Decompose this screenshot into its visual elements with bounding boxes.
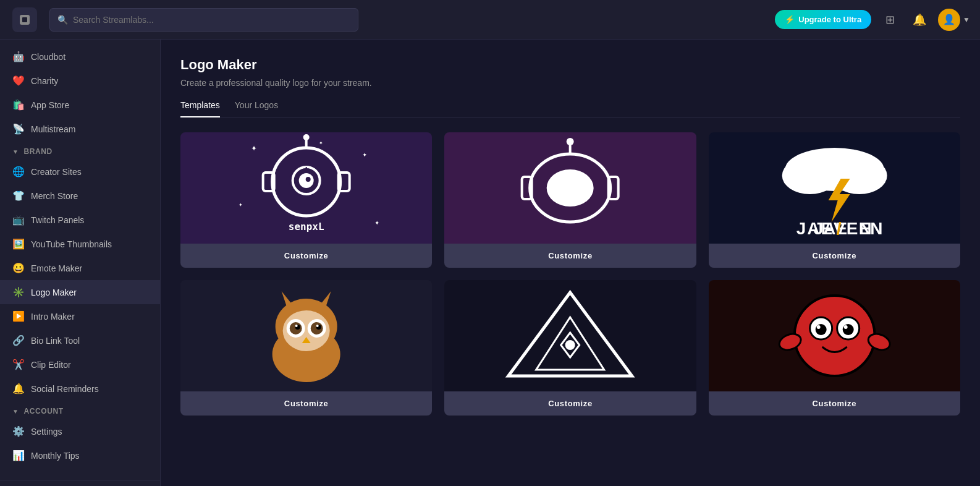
sidebar-item-multistream[interactable]: 📡 Multistream xyxy=(0,117,160,141)
upgrade-icon: ⚡ xyxy=(785,15,795,24)
logo-card-2-image xyxy=(444,132,696,244)
page-title: Logo Maker xyxy=(180,57,960,73)
logo-card-3-image: JAEVEN JAE EN / xyxy=(709,132,960,244)
customize-button-5[interactable]: Customize xyxy=(444,391,696,416)
logo-card-4[interactable]: Customize xyxy=(180,280,432,416)
bio-link-icon: 🔗 xyxy=(12,335,25,346)
svg-text:EN: EN xyxy=(858,219,882,238)
customize-button-4[interactable]: Customize xyxy=(180,391,432,416)
brand-section-header[interactable]: ▼ Brand xyxy=(0,141,160,160)
sidebar-item-social-reminders[interactable]: 🔔 Social Reminders xyxy=(0,377,160,401)
customize-button-6[interactable]: Customize xyxy=(709,391,960,416)
sidebar-item-label: Social Reminders xyxy=(31,384,99,394)
multistream-icon: 📡 xyxy=(12,123,25,135)
sidebar-item-label: Twitch Panels xyxy=(31,215,84,225)
sidebar-item-intro-maker[interactable]: ▶️ Intro Maker xyxy=(0,304,160,328)
svg-text:✦: ✦ xyxy=(374,220,379,226)
sidebar-item-label: Bio Link Tool xyxy=(31,336,80,346)
tab-templates[interactable]: Templates xyxy=(180,100,220,117)
header-right: ⚡ Upgrade to Ultra ⊞ 🔔 👤 ▼ xyxy=(775,9,970,31)
svg-point-50 xyxy=(565,340,575,350)
sidebar-item-label: Creator Sites xyxy=(31,167,82,177)
logo-card-3[interactable]: JAEVEN JAE EN / Customize xyxy=(709,132,960,268)
sidebar-item-label: YouTube Thumbnails xyxy=(31,239,112,249)
chevron-down-icon: ▼ xyxy=(12,148,19,155)
sidebar-item-label: Merch Store xyxy=(31,191,78,201)
sidebar-item-creator-sites[interactable]: 🌐 Creator Sites xyxy=(0,160,160,184)
search-input[interactable] xyxy=(73,15,350,25)
customize-button-2[interactable]: Customize xyxy=(444,244,696,268)
svg-point-55 xyxy=(815,324,826,335)
logo-card-5-image xyxy=(444,280,696,391)
svg-text:✦: ✦ xyxy=(319,140,323,146)
sidebar-item-label: Charity xyxy=(31,76,58,86)
svg-marker-47 xyxy=(509,292,632,376)
monthly-tips-icon: 📊 xyxy=(12,450,25,461)
upgrade-button[interactable]: ⚡ Upgrade to Ultra xyxy=(775,10,871,29)
svg-text:/: / xyxy=(836,219,841,238)
svg-point-10 xyxy=(303,134,310,140)
sidebar-item-label: Clip Editor xyxy=(31,360,71,370)
svg-text:senpxL: senpxL xyxy=(289,221,324,232)
sidebar-item-label: Settings xyxy=(31,427,62,437)
sidebar-item-charity[interactable]: ❤️ Charity xyxy=(0,69,160,93)
logo-card-5[interactable]: Customize xyxy=(444,280,696,416)
settings-icon: ⚙️ xyxy=(12,425,25,437)
sidebar-item-emote-maker[interactable]: 😀 Emote Maker xyxy=(0,256,160,280)
svg-point-57 xyxy=(816,325,820,329)
logo-maker-icon: ✳️ xyxy=(12,286,25,298)
brand-section-label: Brand xyxy=(24,147,53,156)
content-area: Logo Maker Create a professional quality… xyxy=(161,40,980,486)
svg-point-21 xyxy=(567,138,574,145)
sidebar-item-label: Emote Maker xyxy=(31,263,82,273)
emote-maker-icon: 😀 xyxy=(12,262,25,274)
logo-card-2[interactable]: Customize xyxy=(444,132,696,268)
logo-icon xyxy=(12,7,37,32)
logo-card-1[interactable]: ✦ ✦ ✦ ✦ ✦ xyxy=(180,132,432,268)
merch-store-icon: 👕 xyxy=(12,190,25,202)
logo[interactable] xyxy=(10,5,40,35)
customize-button-1[interactable]: Customize xyxy=(180,244,432,268)
sidebar-item-bio-link[interactable]: 🔗 Bio Link Tool xyxy=(0,328,160,352)
svg-text:✦: ✦ xyxy=(362,151,367,158)
sidebar-item-merch-store[interactable]: 👕 Merch Store xyxy=(0,184,160,208)
app-store-icon: 🛍️ xyxy=(12,99,25,111)
sidebar-item-label: App Store xyxy=(31,100,69,110)
sidebar-item-logo-maker[interactable]: ✳️ Logo Maker xyxy=(0,280,160,304)
sidebar-item-cloudbot[interactable]: 🤖 Cloudbot xyxy=(0,45,160,69)
logo-card-6[interactable]: Customize xyxy=(709,280,960,416)
cloudbot-icon: 🤖 xyxy=(12,51,25,62)
clip-editor-icon: ✂️ xyxy=(12,359,25,370)
sidebar-item-label: Logo Maker xyxy=(31,288,77,297)
charity-icon: ❤️ xyxy=(12,75,25,87)
svg-text:JAE: JAE xyxy=(813,219,847,238)
notifications-button[interactable]: 🔔 xyxy=(908,9,931,31)
svg-text:✦: ✦ xyxy=(239,202,243,208)
sidebar-item-youtube-thumbnails[interactable]: 🖼️ YouTube Thumbnails xyxy=(0,232,160,256)
svg-point-26 xyxy=(782,157,837,194)
apps-grid-button[interactable]: ⊞ xyxy=(879,9,901,31)
sidebar-item-twitch-panels[interactable]: 📺 Twitch Panels xyxy=(0,208,160,232)
twitch-panels-icon: 📺 xyxy=(12,214,25,226)
logo-card-4-image xyxy=(180,280,432,391)
svg-point-58 xyxy=(843,325,847,329)
user-menu[interactable]: 👤 ▼ xyxy=(938,9,970,31)
svg-point-14 xyxy=(306,177,311,182)
sidebar: 🤖 Cloudbot ❤️ Charity 🛍️ App Store 📡 Mul… xyxy=(0,40,161,486)
header: 🔍 ⚡ Upgrade to Ultra ⊞ 🔔 👤 ▼ xyxy=(0,0,980,40)
svg-text:✦: ✦ xyxy=(251,144,257,153)
chevron-down-icon: ▼ xyxy=(963,15,970,24)
sidebar-item-monthly-tips[interactable]: 📊 Monthly Tips xyxy=(0,443,160,467)
tab-your-logos[interactable]: Your Logos xyxy=(235,100,278,117)
sidebar-item-label: Cloudbot xyxy=(31,52,65,62)
youtube-thumbnails-icon: 🖼️ xyxy=(12,238,25,250)
sidebar-item-settings[interactable]: ⚙️ Settings xyxy=(0,419,160,443)
sidebar-item-app-store[interactable]: 🛍️ App Store xyxy=(0,93,160,117)
customize-button-3[interactable]: Customize xyxy=(709,244,960,268)
search-bar[interactable]: 🔍 xyxy=(49,8,358,32)
upgrade-label: Upgrade to Ultra xyxy=(798,15,861,24)
search-icon: 🔍 xyxy=(57,15,68,25)
creator-sites-icon: 🌐 xyxy=(12,166,25,177)
account-section-header[interactable]: ▼ Account xyxy=(0,401,160,419)
sidebar-item-clip-editor[interactable]: ✂️ Clip Editor xyxy=(0,352,160,377)
